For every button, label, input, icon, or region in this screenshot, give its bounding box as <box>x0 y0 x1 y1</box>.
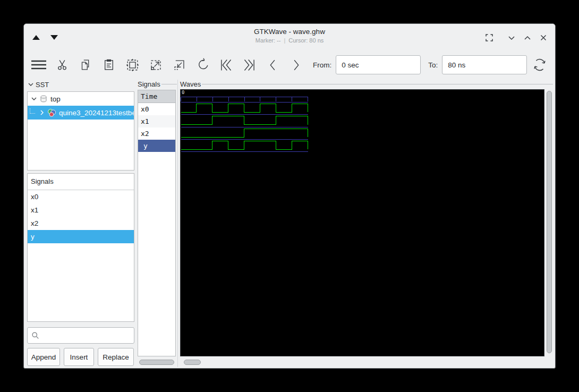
from-input[interactable] <box>336 55 421 74</box>
signal-search-box[interactable] <box>27 327 134 344</box>
copy-icon <box>79 58 92 72</box>
signal-picker-panel: Signals x0 x1 x2 y <box>27 173 134 322</box>
zoom-out-button[interactable] <box>171 56 188 73</box>
replace-button[interactable]: Replace <box>98 348 134 366</box>
from-label: From: <box>313 61 331 69</box>
database-icon <box>39 95 48 103</box>
wave-hscrollbar[interactable] <box>180 357 553 367</box>
time-ruler-origin: 0 <box>182 90 184 95</box>
zoom-fit-icon <box>125 58 140 72</box>
frame-line <box>202 84 553 84</box>
wave-canvas[interactable]: 0 <box>180 89 544 356</box>
append-button[interactable]: Append <box>27 348 60 366</box>
shift-right-button[interactable] <box>287 56 304 73</box>
toolbar: From: To: <box>24 50 555 79</box>
minimize-button[interactable] <box>506 32 517 43</box>
search-icon <box>31 331 39 339</box>
wave-signal-x0[interactable]: x0 <box>138 103 175 115</box>
waves-frame-label: Waves <box>180 80 553 88</box>
picker-item-y[interactable]: y <box>28 230 134 243</box>
reload-button[interactable] <box>531 56 548 73</box>
shift-left-button[interactable] <box>264 56 281 73</box>
chevron-down-icon <box>27 81 35 88</box>
chevron-right-icon <box>289 58 303 72</box>
paste-button[interactable] <box>100 56 117 73</box>
maximize-button[interactable] <box>522 32 533 43</box>
chevron-up-icon <box>522 32 533 43</box>
scissors-icon <box>55 58 69 72</box>
zoom-fit-button[interactable] <box>124 56 141 73</box>
sst-tree: top quine3_20241213testbe <box>27 91 134 171</box>
close-icon <box>538 32 549 43</box>
pane-splitter[interactable] <box>177 80 179 367</box>
frame-line <box>161 84 177 84</box>
wave-vscrollbar[interactable] <box>546 89 553 356</box>
hamburger-icon <box>30 56 47 73</box>
to-input[interactable] <box>442 55 527 74</box>
marker-status: Marker: -- <box>256 37 281 44</box>
tree-item-label: top <box>50 95 61 103</box>
window-title: GTKWave - wave.ghw <box>24 27 555 37</box>
tree-branch-line <box>30 108 35 114</box>
fullscreen-icon <box>484 32 495 43</box>
titlebar[interactable]: GTKWave - wave.ghw Marker: --|Cursor: 80… <box>24 24 555 50</box>
zoom-in-icon <box>149 58 163 72</box>
tree-item-label: quine3_20241213testbe <box>59 109 134 117</box>
signal-names-hscrollbar[interactable] <box>138 357 176 367</box>
menu-button[interactable] <box>30 56 47 73</box>
to-label: To: <box>428 61 438 69</box>
chevron-left-icon <box>266 58 280 72</box>
chevron-right-icon <box>38 109 46 116</box>
close-button[interactable] <box>538 32 549 43</box>
cursor-status: Cursor: 80 ns <box>288 37 323 44</box>
skip-to-start-icon <box>218 57 234 73</box>
undo-icon <box>195 58 210 72</box>
reload-icon <box>532 57 547 72</box>
chevron-down-icon <box>506 32 517 43</box>
zoom-in-button[interactable] <box>147 56 164 73</box>
go-to-end-button[interactable] <box>241 56 258 73</box>
picker-item-x1[interactable]: x1 <box>28 203 134 217</box>
fullscreen-button[interactable] <box>484 32 495 43</box>
module-icon <box>47 108 56 117</box>
cut-button[interactable] <box>54 56 71 73</box>
go-to-start-button[interactable] <box>217 56 234 73</box>
wave-signal-y[interactable]: y <box>138 140 175 152</box>
gtkwave-window: GTKWave - wave.ghw Marker: --|Cursor: 80… <box>23 23 556 369</box>
status-subtitle: Marker: --|Cursor: 80 ns <box>24 37 555 45</box>
time-column-header[interactable]: Time <box>138 90 175 103</box>
signal-picker-header: Signals <box>28 174 134 190</box>
tree-item-testbench[interactable]: quine3_20241213testbe <box>28 106 134 120</box>
scrollbar-thumb[interactable] <box>547 91 552 353</box>
copy-button[interactable] <box>77 56 94 73</box>
skip-to-end-icon <box>242 57 257 73</box>
tree-item-top[interactable]: top <box>28 92 134 106</box>
signals-frame-label: Signals <box>138 80 177 88</box>
action-button-row: Append Insert Replace <box>27 348 134 367</box>
sst-section-header[interactable]: SST <box>27 80 134 89</box>
sst-header-label: SST <box>36 81 49 89</box>
wave-signal-x2[interactable]: x2 <box>138 127 175 140</box>
picker-item-x2[interactable]: x2 <box>28 217 134 230</box>
search-input[interactable] <box>39 331 139 339</box>
wave-plot <box>181 90 544 356</box>
undo-button[interactable] <box>194 56 211 73</box>
scrollbar-thumb[interactable] <box>184 360 201 365</box>
zoom-out-icon <box>172 58 186 72</box>
signal-names-list: Time x0 x1 x2 y <box>138 90 176 356</box>
desktop-background: GTKWave - wave.ghw Marker: --|Cursor: 80… <box>0 0 579 392</box>
scrollbar-thumb[interactable] <box>139 360 174 365</box>
wave-signal-x1[interactable]: x1 <box>138 115 175 127</box>
insert-button[interactable]: Insert <box>64 348 94 366</box>
picker-item-x0[interactable]: x0 <box>28 190 134 203</box>
clipboard-paste-icon <box>102 58 116 72</box>
chevron-down-icon <box>30 95 38 103</box>
